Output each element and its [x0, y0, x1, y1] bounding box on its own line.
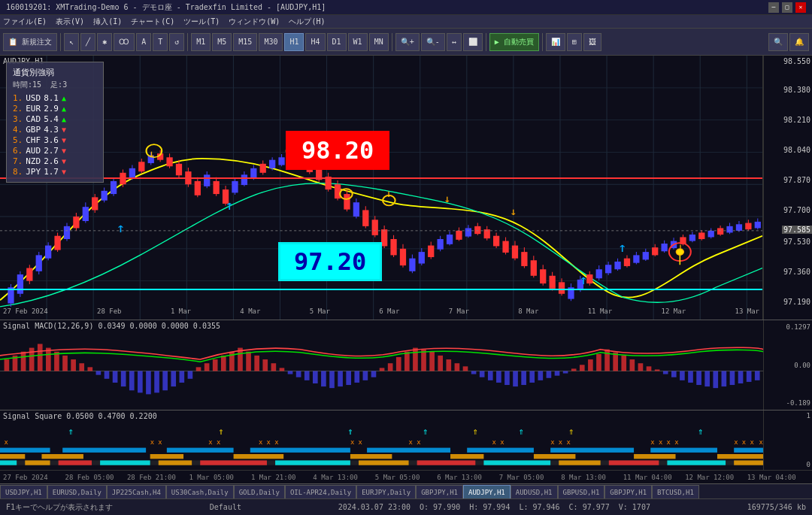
tf-w1[interactable]: W1: [348, 33, 368, 51]
tool-btn-1[interactable]: ↖: [64, 33, 79, 51]
price-97700: 97.700: [783, 206, 810, 214]
close-price: 97.977: [583, 503, 610, 511]
tool-btn-4[interactable]: Ꝏ: [114, 33, 135, 51]
tab-gbpjpy-h1-2[interactable]: GBPJPY,H1: [604, 485, 652, 498]
tab-btcusd-h1[interactable]: BTCUSD,H1: [652, 485, 699, 498]
svg-rect-242: [321, 371, 326, 387]
tab-eurusd-daily[interactable]: EURUSD,Daily: [47, 485, 107, 498]
svg-text:x x x: x x x: [550, 439, 571, 447]
tab-gbpusd-h1[interactable]: GBPUSD,H1: [558, 485, 605, 498]
svg-text:↓: ↓: [444, 193, 451, 205]
price-label-low: 97.20: [278, 242, 382, 281]
tool-btn-7[interactable]: ↺: [169, 33, 184, 51]
strength-item-eur: 2. EUR 2.9 ▲: [13, 104, 97, 114]
svg-rect-328: [450, 454, 483, 459]
notification-button[interactable]: 🔔: [789, 33, 809, 51]
tf-mn[interactable]: MN: [369, 33, 389, 51]
menu-chart[interactable]: チャート(C): [131, 17, 174, 27]
svg-rect-245: [346, 371, 351, 386]
svg-rect-336: [100, 460, 150, 465]
svg-rect-314: [0, 448, 50, 453]
macd-axis-low: -0.189: [786, 399, 810, 407]
svg-rect-258: [455, 363, 460, 371]
close-button[interactable]: ✕: [795, 2, 806, 13]
chart-scroll[interactable]: ↔: [447, 33, 462, 51]
new-order-button[interactable]: 📋 新規注文: [3, 33, 57, 51]
svg-rect-342: [483, 460, 550, 465]
svg-rect-239: [296, 371, 301, 377]
tool-btn-6[interactable]: T: [153, 33, 168, 51]
tab-usdjpy-h1[interactable]: USDJPY,H1: [0, 485, 47, 498]
minimize-button[interactable]: ─: [768, 2, 779, 13]
tf-h4[interactable]: H4: [305, 33, 325, 51]
svg-rect-257: [446, 359, 451, 371]
zoom-in-button[interactable]: 🔍+: [395, 33, 420, 51]
tool-btn-5[interactable]: A: [136, 33, 151, 51]
x-label-7: 7 Mar: [449, 307, 469, 320]
price-98210: 98.210: [783, 116, 810, 124]
volume: 1707: [632, 503, 650, 511]
macd-axis-zero: 0.00: [794, 362, 810, 369]
svg-rect-338: [200, 460, 267, 465]
svg-rect-237: [280, 368, 285, 371]
tab-us30-daily[interactable]: US30Cash,Daily: [166, 485, 234, 498]
svg-rect-214: [87, 367, 92, 371]
svg-text:↓: ↓: [385, 188, 392, 200]
tab-audusd-h1[interactable]: AUDUSD,H1: [511, 485, 558, 498]
svg-rect-225: [179, 371, 184, 383]
menu-window[interactable]: ウィンドウ(W): [229, 17, 280, 27]
window-controls[interactable]: ─ □ ✕: [768, 2, 806, 13]
svg-rect-340: [359, 460, 409, 465]
svg-rect-223: [162, 371, 168, 391]
tf-m5[interactable]: M5: [212, 33, 232, 51]
tab-gold-daily[interactable]: GOLD,Daily: [234, 485, 285, 498]
tab-oil-daily[interactable]: OIL-APR24,Daily: [285, 485, 356, 498]
svg-text:↑: ↑: [116, 220, 125, 235]
svg-rect-207: [29, 348, 35, 371]
signal-chart: ⇑ ⇑ ⇑ ⇑ ⇑ ⇑ ⇑ ⇑ x x x x x x x x x x x x: [0, 423, 763, 470]
svg-rect-224: [171, 371, 176, 387]
menu-file[interactable]: ファイル(E): [3, 17, 47, 27]
svg-rect-236: [271, 363, 277, 371]
low-price: 97.946: [532, 503, 559, 511]
memory-info: 169775/346 kb: [747, 503, 806, 511]
svg-rect-269: [547, 371, 552, 378]
indicator-btn[interactable]: 📊: [546, 33, 565, 51]
svg-rect-240: [304, 371, 310, 380]
svg-rect-292: [738, 371, 744, 383]
search-button[interactable]: 🔍: [768, 33, 788, 51]
template-btn[interactable]: 🖼: [583, 33, 601, 51]
tab-eurjpy-daily[interactable]: EURJPY,Daily: [356, 485, 416, 498]
svg-rect-315: [62, 448, 146, 453]
menu-insert[interactable]: 挿入(I): [93, 17, 122, 27]
zoom-out-button[interactable]: 🔍-: [421, 33, 445, 51]
svg-rect-215: [96, 371, 102, 375]
tf-m15[interactable]: M15: [233, 33, 257, 51]
tool-btn-3[interactable]: ✱: [97, 33, 112, 51]
svg-rect-318: [367, 448, 450, 453]
maximize-button[interactable]: □: [782, 2, 792, 13]
toolbar-separator-5: [542, 33, 543, 51]
tf-m30[interactable]: M30: [259, 33, 283, 51]
svg-rect-228: [205, 363, 210, 371]
menu-help[interactable]: ヘルプ(H): [289, 17, 325, 27]
tab-audjpy-h1[interactable]: AUDJPY,H1: [463, 485, 511, 498]
tab-gbpjpy-h1-1[interactable]: GBPJPY,H1: [416, 485, 463, 498]
auto-trade-button[interactable]: ▶ 自動売買: [489, 33, 539, 51]
tf-m1[interactable]: M1: [191, 33, 211, 51]
svg-rect-230: [221, 356, 226, 371]
tool-btn-2[interactable]: ╱: [80, 33, 95, 51]
title-text: 160019201: XMTrading-Demo 6 - デモロ座 - Tra…: [6, 2, 326, 13]
chart-fit[interactable]: ⬜: [463, 33, 483, 51]
tf-h1[interactable]: H1: [284, 33, 304, 51]
period-sep-btn[interactable]: ⊞: [567, 33, 582, 51]
tab-jp225-h4[interactable]: JP225Cash,H4: [107, 485, 166, 498]
svg-rect-321: [650, 448, 717, 453]
price-97870: 97.870: [783, 176, 810, 184]
svg-rect-222: [154, 371, 159, 393]
tf-d1[interactable]: D1: [327, 33, 347, 51]
menu-view[interactable]: 表示(V): [56, 17, 84, 27]
svg-text:x: x: [759, 439, 762, 447]
svg-text:⇑: ⇑: [218, 426, 224, 437]
menu-tools[interactable]: ツール(T): [183, 17, 220, 27]
